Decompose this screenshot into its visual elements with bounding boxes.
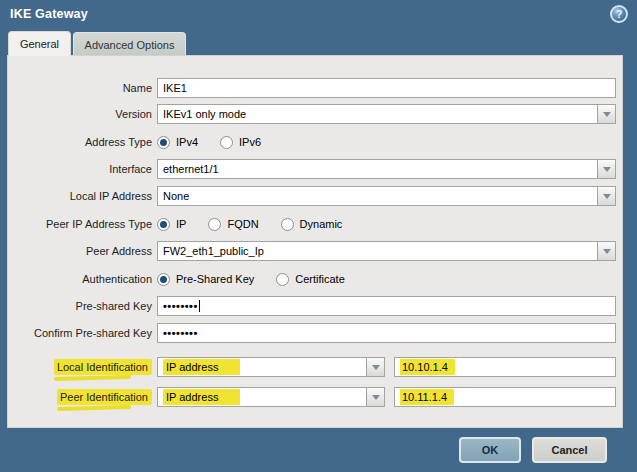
local-ip-address-label: Local IP Address [0, 190, 152, 202]
local-identification-label: Local Identification [0, 361, 152, 373]
text-caret [199, 300, 201, 312]
interface-selected-value: ethernet1/1 [163, 163, 615, 175]
local-ip-address-select[interactable]: None [157, 186, 616, 206]
radio-certificate-label: Certificate [295, 273, 345, 285]
radio-pre-shared-key-label: Pre-Shared Key [176, 273, 254, 285]
marker-highlight: Peer Identification [57, 389, 152, 405]
authentication-radio-group: Pre-Shared Key Certificate [157, 273, 345, 286]
masked-password-value: •••••••• [163, 327, 198, 339]
name-input[interactable] [157, 78, 616, 98]
version-row: Version IKEv1 only mode [0, 104, 616, 124]
peer-address-select[interactable]: FW2_eth1_public_Ip [157, 241, 616, 261]
name-row: Name [0, 78, 616, 98]
name-label: Name [0, 82, 152, 94]
cancel-button[interactable]: Cancel [532, 437, 607, 463]
chevron-down-icon[interactable] [597, 187, 615, 205]
dialog-title: IKE Gateway [10, 7, 88, 21]
radio-selected-icon[interactable] [157, 218, 170, 231]
interface-label: Interface [0, 163, 152, 175]
version-selected-value: IKEv1 only mode [163, 108, 615, 120]
radio-selected-icon[interactable] [157, 136, 170, 149]
marker-highlight: 10.10.1.4 [400, 359, 455, 375]
pre-shared-key-input[interactable]: •••••••• [157, 296, 616, 316]
dialog-footer: OK Cancel [0, 428, 637, 472]
peer-identification-type-select[interactable]: IP address [157, 387, 385, 407]
peer-address-selected-value: FW2_eth1_public_Ip [163, 245, 615, 257]
ok-button[interactable]: OK [459, 437, 521, 463]
confirm-pre-shared-key-label: Confirm Pre-shared Key [0, 327, 152, 339]
peer-identification-row: Peer Identification IP address 10.11.1.4 [0, 387, 616, 407]
tab-general[interactable]: General [8, 31, 71, 56]
confirm-pre-shared-key-row: Confirm Pre-shared Key •••••••• [0, 323, 616, 343]
chevron-down-icon[interactable] [597, 242, 615, 260]
radio-dynamic-label: Dynamic [300, 218, 343, 230]
pre-shared-key-label: Pre-shared Key [0, 300, 152, 312]
radio-ip-label: IP [176, 218, 186, 230]
ike-gateway-dialog: IKE Gateway ? General Advanced Options N… [0, 0, 637, 472]
interface-select[interactable]: ethernet1/1 [157, 159, 616, 179]
radio-unselected-icon[interactable] [208, 218, 221, 231]
radio-dynamic[interactable]: Dynamic [281, 218, 343, 231]
peer-address-label: Peer Address [0, 245, 152, 257]
radio-ipv4[interactable]: IPv4 [157, 136, 198, 149]
pre-shared-key-row: Pre-shared Key •••••••• [0, 296, 616, 316]
help-icon[interactable]: ? [610, 5, 628, 23]
peer-address-row: Peer Address FW2_eth1_public_Ip [0, 241, 616, 261]
peer-identification-label: Peer Identification [0, 391, 152, 403]
version-label: Version [0, 108, 152, 120]
local-ip-address-row: Local IP Address None [0, 186, 616, 206]
address-type-row: Address Type IPv4 IPv6 [0, 132, 261, 152]
chevron-down-icon[interactable] [597, 105, 615, 123]
peer-ip-address-type-label: Peer IP Address Type [0, 218, 152, 230]
tab-advanced-options[interactable]: Advanced Options [73, 32, 186, 56]
authentication-row: Authentication Pre-Shared Key Certificat… [0, 269, 345, 289]
address-type-radio-group: IPv4 IPv6 [157, 136, 261, 149]
radio-ipv6-label: IPv6 [239, 136, 261, 148]
masked-password-value: •••••••• [163, 300, 198, 312]
marker-highlight: Local Identification [54, 359, 152, 375]
radio-ip[interactable]: IP [157, 218, 186, 231]
version-select[interactable]: IKEv1 only mode [157, 104, 616, 124]
local-identification-type-value: IP address [163, 359, 240, 375]
radio-pre-shared-key[interactable]: Pre-Shared Key [157, 273, 254, 286]
radio-selected-icon[interactable] [157, 273, 170, 286]
chevron-down-icon[interactable] [597, 160, 615, 178]
radio-certificate[interactable]: Certificate [276, 273, 345, 286]
marker-highlight: 10.11.1.4 [400, 389, 454, 405]
authentication-label: Authentication [0, 273, 152, 285]
dialog-titlebar: IKE Gateway [0, 0, 637, 28]
local-identification-value-input[interactable]: 10.10.1.4 [394, 357, 616, 377]
local-identification-row: Local Identification IP address 10.10.1.… [0, 357, 616, 377]
peer-identification-type-value: IP address [163, 389, 240, 405]
radio-ipv6[interactable]: IPv6 [220, 136, 261, 149]
address-type-label: Address Type [0, 136, 152, 148]
radio-unselected-icon[interactable] [220, 136, 233, 149]
peer-ip-address-type-row: Peer IP Address Type IP FQDN Dynamic [0, 214, 342, 234]
radio-unselected-icon[interactable] [281, 218, 294, 231]
chevron-down-icon[interactable] [366, 358, 384, 376]
radio-unselected-icon[interactable] [276, 273, 289, 286]
local-ip-address-selected-value: None [163, 190, 615, 202]
radio-fqdn[interactable]: FQDN [208, 218, 258, 231]
radio-ipv4-label: IPv4 [176, 136, 198, 148]
radio-fqdn-label: FQDN [227, 218, 258, 230]
chevron-down-icon[interactable] [366, 388, 384, 406]
local-identification-type-select[interactable]: IP address [157, 357, 385, 377]
confirm-pre-shared-key-input[interactable]: •••••••• [157, 323, 616, 343]
interface-row: Interface ethernet1/1 [0, 159, 616, 179]
peer-ip-address-type-radio-group: IP FQDN Dynamic [157, 218, 342, 231]
peer-identification-value-input[interactable]: 10.11.1.4 [394, 387, 616, 407]
